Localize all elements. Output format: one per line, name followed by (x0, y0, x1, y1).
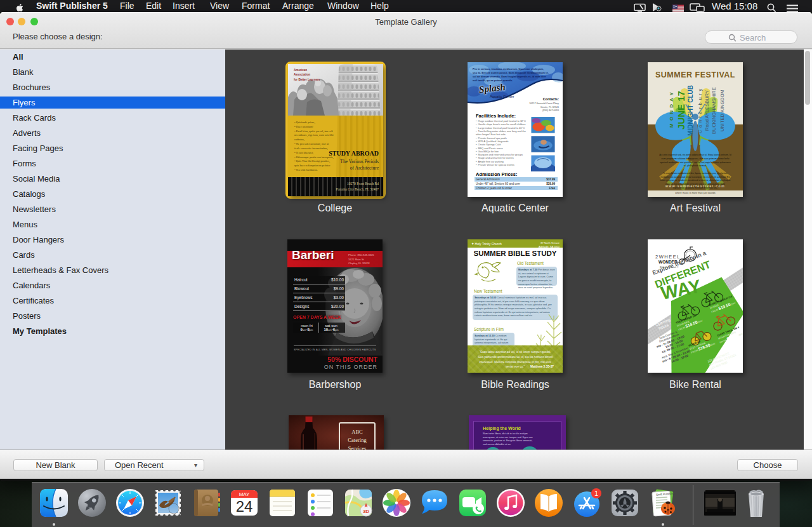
svg-text:1: 1 (594, 490, 598, 497)
svg-text:3D: 3D (363, 509, 369, 514)
svg-text:2WHEEL: 2WHEEL (655, 254, 681, 260)
svg-text:24: 24 (236, 498, 253, 515)
svg-text:MAY: MAY (239, 491, 250, 497)
